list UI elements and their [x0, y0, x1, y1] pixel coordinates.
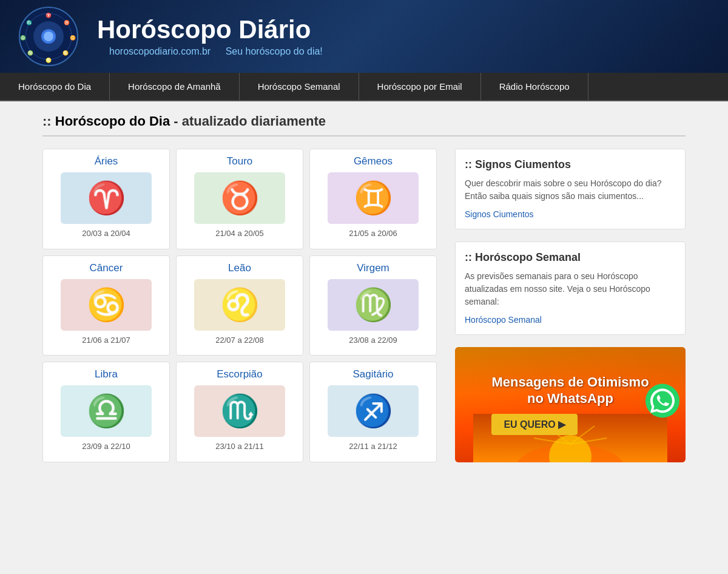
ad-banner[interactable]: Mensagens de Otimismo no WhatsApp EU QUE…	[455, 347, 686, 462]
sign-card-gmeos[interactable]: Gêmeos♊21/05 a 20/06	[309, 149, 437, 249]
site-url: horoscopodiario.com.br	[109, 46, 211, 56]
page-heading: :: Horóscopo do Dia - atualizado diariam…	[42, 113, 686, 137]
sign-dates: 21/06 a 21/07	[49, 336, 163, 345]
heading-bold: Horóscopo do Dia	[55, 113, 170, 129]
sidebar-signos-ciumentos: :: Signos Ciumentos Quer descobrir mais …	[455, 149, 686, 229]
svg-text:♈: ♈	[46, 12, 52, 18]
svg-text:♌: ♌	[46, 57, 52, 63]
site-subtitle: horoscopodiario.com.br Seu horóscopo do …	[97, 46, 323, 57]
ad-text-line1: Mensagens de Otimismo	[491, 374, 649, 390]
sign-name[interactable]: Virgem	[316, 262, 430, 274]
main-content: :: Horóscopo do Dia - atualizado diariam…	[30, 101, 698, 474]
sign-card-libra[interactable]: Libra♎23/09 a 22/10	[42, 362, 170, 462]
sign-name[interactable]: Sagitário	[316, 368, 430, 380]
sign-icon-box: ♋	[61, 279, 152, 331]
ad-content: Mensagens de Otimismo no WhatsApp EU QUE…	[491, 374, 649, 435]
sidebar-section1-body: Quer descobrir mais sobre o seu Horóscop…	[465, 177, 676, 203]
sign-card-virgem[interactable]: Virgem♍23/08 a 22/09	[309, 255, 437, 356]
sidebar-section1-link[interactable]: Signos Ciumentos	[465, 209, 534, 219]
site-tagline: Seu horóscopo do dia!	[226, 46, 323, 56]
sign-icon-box: ♊	[328, 172, 419, 224]
sign-dates: 21/05 a 20/06	[316, 229, 430, 238]
sidebar-section2-body: As previsões semanais para o seu Horósco…	[465, 270, 676, 308]
svg-text:♋: ♋	[62, 50, 69, 56]
sign-dates: 23/09 a 22/10	[49, 442, 163, 451]
svg-text:♏: ♏	[26, 19, 32, 25]
sign-name[interactable]: Libra	[49, 368, 163, 380]
svg-point-4	[44, 32, 53, 41]
sign-dates: 21/04 a 20/05	[183, 229, 297, 238]
nav-item-radio[interactable]: Rádio Horóscopo	[481, 73, 588, 100]
sign-card-ries[interactable]: Áries♈20/03 a 20/04	[42, 149, 170, 249]
sign-name[interactable]: Câncer	[49, 262, 163, 274]
sign-name[interactable]: Touro	[183, 155, 297, 167]
sidebar-section2-heading: :: Horóscopo Semanal	[465, 251, 676, 264]
sign-icon-box: ♉	[194, 172, 285, 224]
content-area: Áries♈20/03 a 20/04Touro♉21/04 a 20/05Gê…	[42, 149, 686, 462]
sidebar-horoscopo-semanal: :: Horóscopo Semanal As previsões semana…	[455, 241, 686, 335]
sign-icon-box: ♐	[328, 385, 419, 437]
nav-item-dia[interactable]: Horóscopo do Dia	[0, 73, 110, 100]
sign-name[interactable]: Leão	[183, 262, 297, 274]
svg-text:♎: ♎	[20, 35, 26, 41]
sign-icon-box: ♍	[328, 279, 419, 331]
header-text: Horóscopo Diário horoscopodiario.com.br …	[97, 16, 323, 57]
heading-prefix: ::	[42, 113, 55, 129]
sign-icon-box: ♌	[194, 279, 285, 331]
heading-suffix: - atualizado diariamente	[170, 113, 326, 129]
logo: ♈ ♉ ♊ ♋ ♌ ♍ ♎ ♏	[12, 6, 85, 67]
sidebar-section1-heading: :: Signos Ciumentos	[465, 158, 676, 171]
whatsapp-icon	[644, 383, 681, 427]
svg-text:♍: ♍	[27, 50, 33, 56]
sign-dates: 22/07 a 22/08	[183, 336, 297, 345]
nav-item-semanal[interactable]: Horóscopo Semanal	[240, 73, 359, 100]
sign-icon-box: ♎	[61, 385, 152, 437]
site-title: Horóscopo Diário	[97, 16, 323, 44]
sign-card-cncer[interactable]: Câncer♋21/06 a 21/07	[42, 255, 170, 356]
sign-dates: 23/08 a 22/09	[316, 336, 430, 345]
svg-text:♉: ♉	[64, 19, 70, 25]
sign-dates: 22/11 a 21/12	[316, 442, 430, 451]
nav-item-amanha[interactable]: Horóscopo de Amanhã	[110, 73, 240, 100]
sign-icon-box: ♈	[61, 172, 152, 224]
svg-text:♊: ♊	[70, 35, 76, 41]
sign-card-touro[interactable]: Touro♉21/04 a 20/05	[176, 149, 303, 249]
ad-text-line2: no WhatsApp	[491, 391, 649, 407]
sign-card-escorpio[interactable]: Escorpião♏23/10 a 21/11	[176, 362, 303, 462]
sign-card-sagitrio[interactable]: Sagitário♐22/11 a 21/12	[309, 362, 437, 462]
main-nav: Horóscopo do Dia Horóscopo de Amanhã Hor…	[0, 73, 728, 101]
sign-dates: 23/10 a 21/11	[183, 442, 297, 451]
sign-icon-box: ♏	[194, 385, 285, 437]
sign-name[interactable]: Gêmeos	[316, 155, 430, 167]
sign-name[interactable]: Áries	[49, 155, 163, 167]
sidebar: :: Signos Ciumentos Quer descobrir mais …	[455, 149, 686, 462]
sign-name[interactable]: Escorpião	[183, 368, 297, 380]
sidebar-section2-link[interactable]: Horóscopo Semanal	[465, 315, 542, 325]
header: ♈ ♉ ♊ ♋ ♌ ♍ ♎ ♏ Horóscopo Diário horosco…	[0, 0, 728, 73]
signs-grid: Áries♈20/03 a 20/04Touro♉21/04 a 20/05Gê…	[42, 149, 437, 462]
sign-dates: 20/03 a 20/04	[49, 229, 163, 238]
ad-button[interactable]: EU QUERO ▶	[491, 414, 578, 435]
nav-item-email[interactable]: Horóscopo por Email	[359, 73, 481, 100]
sign-card-leo[interactable]: Leão♌22/07 a 22/08	[176, 255, 303, 356]
